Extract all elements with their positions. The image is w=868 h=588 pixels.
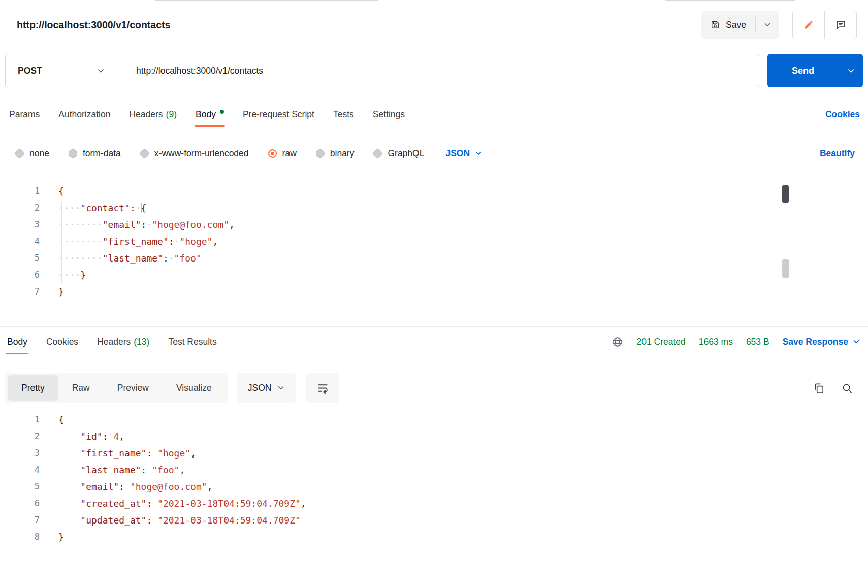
response-tab-body[interactable]: Body [7,327,27,356]
code-content: "email": "hoge@foo.com", [40,478,212,495]
code-line[interactable]: 7 "updated_at": "2021-03-18T04:59:04.709… [0,512,868,529]
code-line[interactable]: 1{ [0,183,868,200]
code-content: "created_at": "2021-03-18T04:59:04.709Z"… [40,495,306,512]
tab-body[interactable]: Body [196,100,224,129]
response-body-viewer[interactable]: 1{2 "id": 4,3 "first_name": "hoge",4 "la… [0,403,868,561]
body-type-none[interactable]: none [15,148,49,159]
response-view-tabs: PrettyRawPreviewVisualize [5,373,228,403]
body-type-raw[interactable]: raw [268,148,297,159]
line-number: 5 [0,250,40,267]
tab-label: Params [9,109,40,120]
wrap-lines-button[interactable] [306,373,339,403]
response-status[interactable]: 201 Created [636,337,685,347]
response-tab-headers[interactable]: Headers(13) [97,327,149,356]
copy-response-button[interactable] [810,379,828,397]
tab-params[interactable]: Params [9,100,40,129]
view-tab-preview[interactable]: Preview [104,375,163,401]
tab-settings[interactable]: Settings [373,100,405,129]
radio-icon[interactable] [316,149,325,158]
beautify-link[interactable]: Beautify [820,148,855,159]
body-type-graphql[interactable]: GraphQL [373,148,424,159]
tab-tests[interactable]: Tests [333,100,354,129]
code-content: } [40,283,64,300]
chevron-down-icon [97,67,105,75]
response-size[interactable]: 653 B [746,337,769,347]
code-content: ····} [40,267,86,283]
edit-button[interactable] [793,11,824,39]
unsaved-changes-dot [220,110,224,114]
method-selector[interactable]: POST [6,54,125,87]
comment-button[interactable] [825,11,856,39]
tab-count: (13) [134,337,149,347]
globe-icon[interactable] [612,336,623,348]
chevron-down-icon [277,384,284,391]
tab-label: Body [7,337,27,347]
body-type-x-www-form-urlencoded[interactable]: x-www-form-urlencoded [140,148,249,159]
radio-selected-icon[interactable] [268,149,277,158]
code-line[interactable]: 5 "email": "hoge@foo.com", [0,478,868,495]
radio-icon[interactable] [373,149,382,158]
method-label: POST [18,66,42,76]
response-tab-cookies[interactable]: Cookies [46,327,78,356]
line-number: 7 [0,512,40,529]
code-content: { [40,183,64,200]
wrap-text-icon [316,382,329,395]
send-button[interactable]: Send [767,54,839,87]
search-response-button[interactable] [838,379,856,397]
response-view-bar: PrettyRawPreviewVisualize JSON [5,373,856,403]
chevron-down-icon [764,21,771,28]
radio-icon[interactable] [15,149,24,158]
editor-scrollbar-thumb[interactable] [782,185,789,203]
code-line[interactable]: 8} [0,529,868,545]
code-line[interactable]: 2 "id": 4, [0,428,868,445]
tab-authorization[interactable]: Authorization [58,100,110,129]
body-type-label: form-data [83,148,121,159]
view-tab-visualize[interactable]: Visualize [163,375,226,401]
line-number: 4 [0,233,40,250]
body-type-options: noneform-datax-www-form-urlencodedrawbin… [15,148,424,159]
code-line[interactable]: 3 "first_name": "hoge", [0,445,868,462]
save-button-group: Save [701,11,779,39]
tab-pre-request-script[interactable]: Pre-request Script [243,100,314,129]
line-number: 7 [0,283,40,300]
titlebar-actions: Save [701,11,857,39]
tab-headers[interactable]: Headers(9) [129,100,177,129]
url-input[interactable] [125,54,759,87]
code-line[interactable]: 6····} [0,267,868,283]
response-body-code: 1{2 "id": 4,3 "first_name": "hoge",4 "la… [0,411,868,545]
code-line[interactable]: 5········"last_name":·"foo" [0,250,868,267]
code-content: "first_name": "hoge", [40,445,196,462]
radio-icon[interactable] [140,149,149,158]
save-button[interactable]: Save [701,11,755,39]
tab-label: Cookies [46,337,78,347]
code-line[interactable]: 4 "last_name": "foo", [0,462,868,478]
body-language-selector[interactable]: JSON [445,148,482,159]
code-content: { [40,411,64,428]
cookies-link[interactable]: Cookies [825,109,860,120]
request-tabs-row: ParamsAuthorizationHeaders(9)BodyPre-req… [0,100,868,129]
view-tab-pretty[interactable]: Pretty [8,375,58,401]
response-language-selector[interactable]: JSON [237,373,296,403]
code-line[interactable]: 1{ [0,411,868,428]
save-icon [710,20,720,30]
code-line[interactable]: 3········"email":·"hoge@foo.com", [0,216,868,233]
body-type-form-data[interactable]: form-data [69,148,121,159]
response-tab-test-results[interactable]: Test Results [168,327,216,356]
body-type-binary[interactable]: binary [316,148,355,159]
request-body-editor[interactable]: 1{2····"contact":·{3········"email":·"ho… [0,178,868,327]
code-line[interactable]: 2····"contact":·{ [0,200,868,216]
code-line[interactable]: 6 "created_at": "2021-03-18T04:59:04.709… [0,495,868,512]
send-options-button[interactable] [839,54,863,87]
save-response-button[interactable]: Save Response [783,337,860,347]
code-line[interactable]: 7} [0,283,868,300]
code-line[interactable]: 4········"first_name":·"hoge", [0,233,868,250]
radio-icon[interactable] [69,149,77,158]
response-time[interactable]: 1663 ms [699,337,733,347]
send-button-group: Send [767,54,863,87]
line-number: 2 [0,428,40,445]
save-options-button[interactable] [756,11,779,39]
editor-scrollbar-marker[interactable] [782,259,789,278]
view-tab-raw[interactable]: Raw [58,375,104,401]
edit-comment-group [792,11,857,39]
line-number: 6 [0,267,40,283]
